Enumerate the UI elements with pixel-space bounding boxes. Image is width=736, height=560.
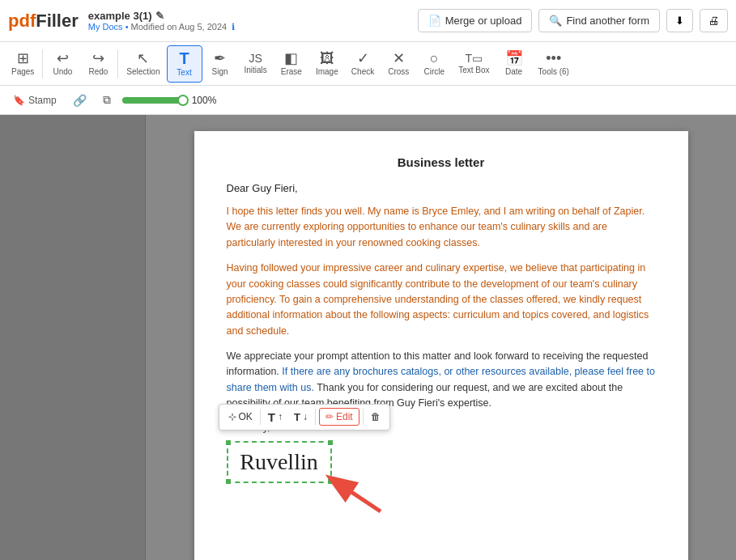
- date-icon: 📅: [505, 51, 523, 66]
- left-panel: [0, 115, 146, 560]
- undo-label: Undo: [53, 67, 72, 76]
- find-form-button[interactable]: 🔍 Find another form: [538, 9, 660, 32]
- merge-label: Merge or upload: [445, 15, 522, 27]
- sub-toolbar: 🔖 Stamp 🔗 ⧉ 100%: [0, 86, 736, 115]
- merge-icon: 📄: [428, 15, 441, 27]
- download-button[interactable]: ⬇: [666, 9, 693, 32]
- sig-tb-div-1: [260, 409, 261, 425]
- cross-label: Cross: [388, 67, 409, 76]
- circle-icon: ○: [430, 51, 439, 66]
- redo-icon: ↪: [92, 51, 104, 66]
- initials-label: Initials: [245, 66, 267, 74]
- zoom-value: 100%: [192, 95, 217, 106]
- sig-move-icon: ⊹: [228, 411, 236, 422]
- app-logo: pdfFiller: [8, 11, 79, 32]
- modified-text: Modified on Aug 5, 2024: [131, 22, 228, 32]
- copy-icon: ⧉: [103, 93, 111, 106]
- sig-move-button[interactable]: ⊹ OK: [224, 409, 257, 425]
- link-icon: 🔗: [73, 94, 87, 107]
- sig-ok-label: OK: [239, 411, 253, 422]
- top-bar: pdfFiller example 3(1) ✎ My Docs • Modif…: [0, 0, 736, 42]
- image-icon: 🖼: [320, 51, 334, 66]
- toolbar-undo[interactable]: ↩ Undo: [45, 45, 80, 83]
- doc-info: example 3(1) ✎ My Docs • Modified on Aug…: [88, 10, 235, 32]
- info-icon[interactable]: ℹ: [232, 22, 235, 32]
- date-label: Date: [505, 67, 522, 76]
- toolbar-cross[interactable]: ✕ Cross: [381, 45, 416, 83]
- selection-label: Selection: [126, 67, 160, 76]
- zoom-track[interactable]: [122, 97, 187, 104]
- find-label: Find another form: [566, 15, 649, 27]
- toolbar-check[interactable]: ✓ Check: [345, 45, 381, 83]
- sig-tb-div-3: [363, 409, 364, 425]
- toolbar-selection[interactable]: ↖ Selection: [120, 45, 166, 83]
- sig-delete-button[interactable]: 🗑: [367, 409, 385, 425]
- print-button[interactable]: 🖨: [700, 9, 728, 32]
- doc-page: Business letter Dear Guy Fieri, I hope t…: [194, 131, 688, 560]
- pages-icon: ⊞: [17, 51, 29, 66]
- text-label: Text: [177, 68, 191, 77]
- sig-grow-icon: T: [268, 410, 275, 424]
- erase-icon: ◧: [284, 51, 298, 66]
- resize-handle-bl[interactable]: [225, 478, 232, 485]
- para1-text: I hope this letter finds you well. My na…: [227, 206, 645, 248]
- textbox-label: Text Box: [458, 66, 489, 74]
- tools-label: Tools (6): [538, 67, 569, 76]
- resize-handle-tr[interactable]: [327, 439, 334, 446]
- text-icon: T: [179, 50, 189, 66]
- doc-canvas[interactable]: Business letter Dear Guy Fieri, I hope t…: [146, 115, 736, 560]
- zoom-control[interactable]: 100%: [122, 95, 217, 106]
- toolbar-text[interactable]: T Text: [167, 45, 202, 83]
- toolbar-textbox[interactable]: T▭ Text Box: [452, 45, 496, 83]
- doc-subtitle: My Docs • Modified on Aug 5, 2024 ℹ: [88, 22, 235, 32]
- document-title: Business letter: [227, 155, 656, 169]
- find-icon: 🔍: [549, 15, 562, 27]
- cross-icon: ✕: [393, 51, 405, 66]
- sig-tb-div-2: [315, 409, 316, 425]
- erase-label: Erase: [281, 67, 302, 76]
- doc-para-2: Having followed your impressive career a…: [227, 261, 656, 339]
- sig-delete-icon: 🗑: [371, 411, 381, 422]
- zoom-thumb[interactable]: [177, 95, 189, 106]
- toolbar-erase[interactable]: ◧ Erase: [274, 45, 309, 83]
- stamp-button[interactable]: 🔖 Stamp: [8, 92, 62, 108]
- signature-wrapper: ⊹ OK T ↑ T ↓ ✏ Edit: [227, 441, 332, 483]
- separator: •: [126, 22, 129, 32]
- red-arrow-indicator: [308, 471, 389, 520]
- logo-text: pdfFiller: [8, 11, 79, 32]
- link-button[interactable]: 🔗: [68, 91, 91, 109]
- check-icon: ✓: [357, 51, 369, 66]
- doc-title-text: example 3(1): [88, 10, 152, 22]
- tools-icon: •••: [546, 51, 561, 66]
- toolbar-initials[interactable]: JS Initials: [238, 45, 274, 83]
- top-bar-actions: 📄 Merge or upload 🔍 Find another form ⬇ …: [418, 9, 728, 32]
- sig-shrink-button[interactable]: T ↓: [290, 409, 312, 426]
- stamp-icon: 🔖: [13, 95, 25, 106]
- sig-edit-label: Edit: [336, 411, 353, 422]
- redo-label: Redo: [88, 67, 108, 76]
- toolbar-image[interactable]: 🖼 Image: [309, 45, 345, 83]
- toolbar-divider-1: [42, 49, 43, 78]
- image-label: Image: [316, 67, 338, 76]
- toolbar-date[interactable]: 📅 Date: [496, 45, 532, 83]
- logo-filler: Filler: [36, 11, 79, 31]
- my-docs-link[interactable]: My Docs: [88, 22, 123, 32]
- merge-upload-button[interactable]: 📄 Merge or upload: [418, 9, 533, 32]
- selection-icon: ↖: [137, 51, 149, 66]
- sig-grow-arrow: ↑: [278, 411, 283, 422]
- sig-edit-button[interactable]: ✏ Edit: [319, 408, 359, 426]
- toolbar-redo[interactable]: ↪ Redo: [80, 45, 116, 83]
- toolbar-tools[interactable]: ••• Tools (6): [532, 45, 576, 83]
- doc-title: example 3(1) ✎: [88, 10, 235, 22]
- download-icon: ⬇: [675, 15, 684, 27]
- resize-handle-tl[interactable]: [225, 439, 232, 446]
- toolbar-sign[interactable]: ✒ Sign: [202, 45, 238, 83]
- toolbar-circle[interactable]: ○ Circle: [416, 45, 452, 83]
- sig-grow-button[interactable]: T ↑: [264, 408, 287, 426]
- copy-button[interactable]: ⧉: [98, 91, 116, 109]
- edit-title-icon[interactable]: ✎: [155, 10, 164, 22]
- doc-para-3: We appreciate your prompt attention to t…: [227, 349, 656, 412]
- textbox-icon: T▭: [466, 53, 483, 64]
- toolbar-pages[interactable]: ⊞ Pages: [5, 45, 40, 83]
- sign-icon: ✒: [214, 51, 226, 66]
